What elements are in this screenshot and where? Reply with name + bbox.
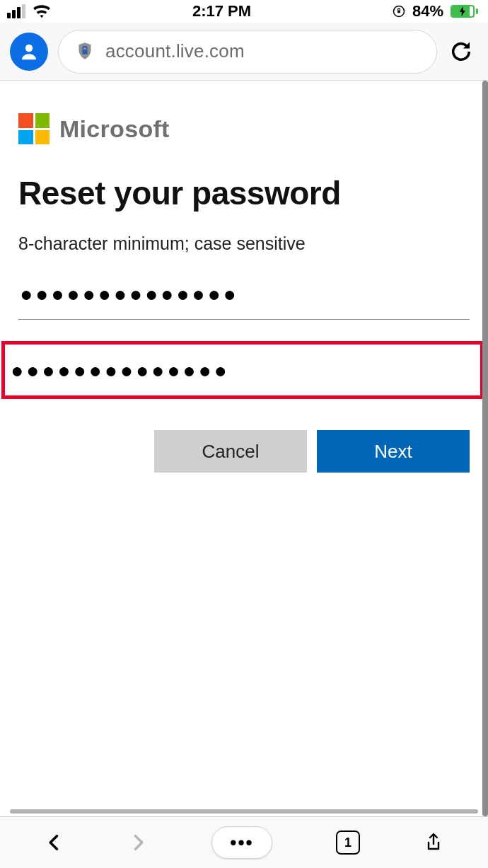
forward-button bbox=[128, 833, 148, 852]
microsoft-logo: Microsoft bbox=[18, 113, 470, 144]
svg-point-2 bbox=[25, 44, 33, 52]
svg-rect-1 bbox=[397, 11, 400, 13]
back-button[interactable] bbox=[45, 833, 64, 852]
reload-button[interactable] bbox=[447, 37, 475, 66]
battery-percent: 84% bbox=[412, 2, 443, 21]
cancel-button[interactable]: Cancel bbox=[154, 430, 307, 473]
orientation-lock-icon bbox=[393, 5, 405, 18]
page-viewport: Microsoft Reset your password 8-characte… bbox=[0, 81, 488, 816]
browser-bottom-toolbar: ••• 1 bbox=[0, 816, 488, 868]
microsoft-wordmark: Microsoft bbox=[59, 115, 170, 143]
url-text: account.live.com bbox=[105, 40, 245, 62]
profile-button[interactable] bbox=[10, 33, 48, 71]
microsoft-squares-icon bbox=[18, 113, 50, 144]
cellular-signal-icon bbox=[7, 4, 25, 18]
person-icon bbox=[18, 41, 40, 62]
chevron-right-icon bbox=[128, 833, 148, 852]
password-hint: 8-character minimum; case sensitive bbox=[18, 233, 470, 254]
vertical-scrollbar[interactable] bbox=[482, 81, 488, 816]
confirm-password-input[interactable] bbox=[9, 356, 476, 383]
tabs-button[interactable]: 1 bbox=[336, 831, 360, 855]
confirm-password-highlight bbox=[1, 341, 484, 399]
chevron-left-icon bbox=[45, 833, 64, 852]
reload-icon bbox=[448, 39, 474, 64]
status-time: 2:17 PM bbox=[192, 2, 251, 21]
reset-password-page: Microsoft Reset your password 8-characte… bbox=[0, 81, 488, 473]
status-right: 84% bbox=[393, 2, 478, 21]
site-lock-icon bbox=[76, 41, 94, 62]
status-left bbox=[7, 2, 51, 21]
page-title: Reset your password bbox=[18, 174, 470, 212]
battery-icon bbox=[451, 5, 478, 18]
ios-status-bar: 2:17 PM 84% bbox=[0, 0, 488, 23]
horizontal-scrollbar[interactable] bbox=[10, 809, 478, 814]
share-icon bbox=[424, 833, 443, 852]
menu-button[interactable]: ••• bbox=[211, 826, 272, 859]
share-button[interactable] bbox=[424, 833, 443, 852]
wifi-icon bbox=[33, 2, 51, 21]
new-password-input[interactable] bbox=[18, 279, 470, 320]
url-field[interactable]: account.live.com bbox=[58, 30, 437, 74]
svg-rect-3 bbox=[82, 50, 88, 54]
button-row: Cancel Next bbox=[18, 430, 470, 473]
next-button[interactable]: Next bbox=[317, 430, 470, 473]
new-password-field-wrap bbox=[18, 279, 470, 320]
browser-address-bar: account.live.com bbox=[0, 23, 488, 81]
